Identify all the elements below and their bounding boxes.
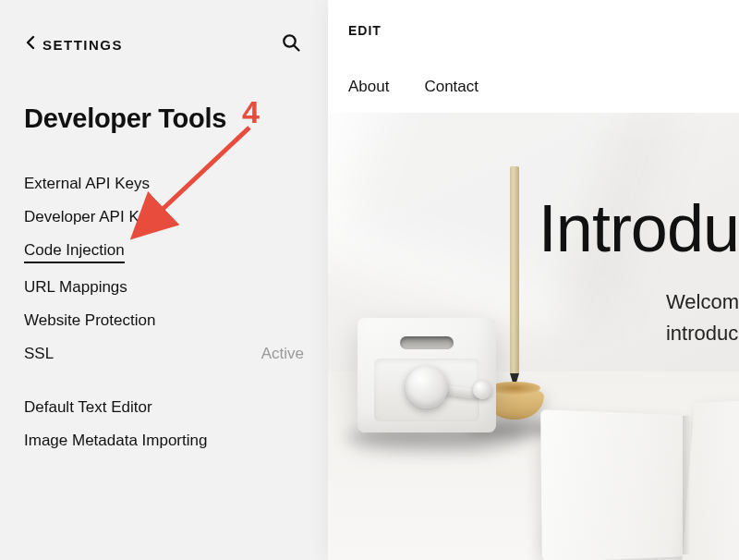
chevron-left-icon — [24, 35, 37, 54]
divider-gap — [24, 371, 304, 391]
hero-crank-knob — [473, 381, 491, 399]
site-preview: EDIT About Contact Introdu Welcom introd… — [328, 0, 739, 560]
hero-title: Introdu — [539, 190, 739, 266]
hero-pencil-illustration — [510, 166, 519, 405]
site-nav: About Contact — [328, 61, 739, 113]
sidebar-item-label: External API Keys — [24, 175, 150, 193]
settings-list-secondary: Default Text Editor Image Metadata Impor… — [24, 391, 304, 457]
sidebar-item-external-api-keys[interactable]: External API Keys — [24, 167, 304, 201]
search-button[interactable] — [278, 31, 304, 57]
svg-line-1 — [295, 46, 299, 51]
sidebar-item-code-injection[interactable]: Code Injection — [24, 234, 304, 271]
sidebar-item-label: Developer API Keys — [24, 208, 164, 226]
back-label: SETTINGS — [42, 37, 123, 53]
hero-sub-line: Welcom — [666, 290, 739, 313]
sidebar-item-image-metadata-importing[interactable]: Image Metadata Importing — [24, 424, 304, 457]
sidebar-item-url-mappings[interactable]: URL Mappings — [24, 271, 304, 304]
hero-crank-hub — [406, 366, 448, 408]
settings-sidebar: SETTINGS Developer Tools External API Ke… — [0, 0, 328, 560]
back-button[interactable]: SETTINGS — [24, 35, 123, 54]
settings-list-primary: External API Keys Developer API Keys Cod… — [24, 167, 304, 371]
annotation-step-number: 4 — [242, 94, 260, 130]
hero-subtitle: Welcom introduc — [666, 286, 739, 349]
sidebar-item-label: Image Metadata Importing — [24, 432, 207, 450]
edit-button[interactable]: EDIT — [348, 23, 382, 38]
sidebar-item-label: Default Text Editor — [24, 398, 152, 417]
sidebar-item-label: Code Injection — [24, 241, 125, 263]
page-title: Developer Tools — [24, 103, 304, 134]
sidebar-item-label: SSL — [24, 345, 54, 363]
hero-section: Introdu Welcom introduc — [328, 113, 739, 560]
hero-sub-line: introduc — [666, 322, 738, 345]
nav-link-about[interactable]: About — [348, 78, 389, 96]
sidebar-item-website-protection[interactable]: Website Protection — [24, 304, 304, 337]
sidebar-item-label: Website Protection — [24, 311, 155, 330]
preview-topbar: EDIT — [328, 0, 739, 61]
sidebar-item-label: URL Mappings — [24, 278, 127, 297]
sidebar-item-status: Active — [261, 345, 304, 363]
sidebar-header: SETTINGS — [24, 31, 304, 57]
hero-notebook-illustration — [542, 396, 739, 560]
sidebar-item-ssl[interactable]: SSL Active — [24, 337, 304, 371]
nav-link-contact[interactable]: Contact — [424, 78, 479, 96]
sidebar-item-default-text-editor[interactable]: Default Text Editor — [24, 391, 304, 424]
sidebar-item-developer-api-keys[interactable]: Developer API Keys — [24, 201, 304, 234]
search-icon — [281, 32, 301, 56]
